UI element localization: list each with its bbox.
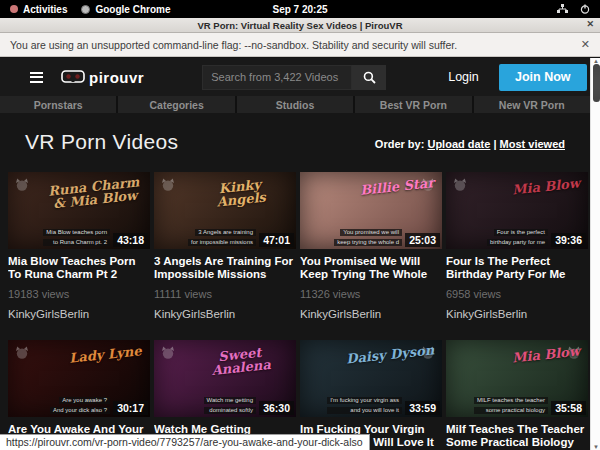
thumbnail-captions: Are you awake ? And your dick also ? <box>50 388 110 414</box>
window-close-icon[interactable]: ✕ <box>586 19 594 29</box>
nav-item[interactable]: New VR Porn <box>474 96 590 113</box>
order-separator: | <box>490 138 499 150</box>
thumbnail-caption-line1: MILF teaches the teacher <box>474 397 548 404</box>
page-title: VR Porn Videos <box>25 130 178 154</box>
thumbnail-captions: Watch me getting dominated softly <box>204 388 256 414</box>
duration-badge: 36:30 <box>259 401 294 415</box>
video-studio-link[interactable]: KinkyGirlsBerlin <box>300 308 442 320</box>
video-card: Mia Blow Four is the perfect birthday pa… <box>446 172 588 320</box>
thumbnail-model-name: Runa Charm & Mia Blow <box>46 175 143 211</box>
site-logo-text: pirouvr <box>89 69 144 86</box>
thumbnail-caption-line1: Watch me getting <box>204 397 256 404</box>
chrome-label: Google Chrome <box>95 4 170 15</box>
video-thumbnail[interactable]: Mia Blow MILF teaches the teacher some p… <box>446 340 588 417</box>
thumbnail-captions: Mia Blow teaches porn to Runa Charm pt. … <box>43 220 110 246</box>
nav-item[interactable]: Best VR Porn <box>355 96 471 113</box>
thumbnail-caption-line1: Mia Blow teaches porn <box>43 229 110 236</box>
main-nav: PornstarsCategoriesStudiosBest VR PornNe… <box>0 96 590 113</box>
nav-item[interactable]: Pornstars <box>0 96 116 113</box>
video-card: Runa Charm & Mia Blow Mia Blow teaches p… <box>8 172 150 320</box>
thumbnail-caption-line1: You promised we will <box>340 229 402 236</box>
video-views: 11111 views <box>154 288 296 300</box>
thumbnail-captions: Four is the perfect birthday party for m… <box>487 220 548 246</box>
video-studio-link[interactable]: KinkyGirlsBerlin <box>154 308 296 320</box>
thumbnail-model-name: Mia Blow <box>511 176 580 196</box>
video-thumbnail[interactable]: Kinky Angels 3 Angels are training for i… <box>154 172 296 249</box>
video-studio-link[interactable]: KinkyGirlsBerlin <box>8 308 150 320</box>
screen: Activities Google Chrome Sep 7 20:25 VR … <box>0 0 600 450</box>
order-by: Order by: Upload date | Most viewed <box>375 138 565 154</box>
search-input[interactable] <box>202 65 352 90</box>
thumbnail-caption-line2: birthday party for me <box>487 239 548 246</box>
thumbnail-caption-line2: and you will love it <box>327 407 402 414</box>
thumbnail-caption-line2: And your dick also ? <box>50 407 110 414</box>
warning-text: You are using an unsupported command-lin… <box>10 39 457 51</box>
video-thumbnail[interactable]: Billie Star You promised we will keep tr… <box>300 172 442 249</box>
nav-item[interactable]: Categories <box>118 96 234 113</box>
thumbnail-captions: 3 Angels are training for impossible mis… <box>188 220 256 246</box>
video-title-link[interactable]: Four Is The Perfect Birthday Party For M… <box>446 255 588 281</box>
window-title: VR Porn: Virtual Reality Sex Videos | Pi… <box>197 20 402 31</box>
video-title-link[interactable]: Milf Teaches The Teacher Some Practical … <box>446 423 588 449</box>
search-bar <box>202 65 386 90</box>
video-card: Kinky Angels 3 Angels are training for i… <box>154 172 296 320</box>
clock[interactable]: Sep 7 20:25 <box>272 4 327 15</box>
video-grid: Runa Charm & Mia Blow Mia Blow teaches p… <box>0 154 590 450</box>
chrome-app-indicator[interactable]: Google Chrome <box>81 4 170 15</box>
studio-logo-icon <box>160 345 176 361</box>
page-title-row: VR Porn Videos Order by: Upload date | M… <box>0 113 590 154</box>
duration-badge: 39:36 <box>551 233 586 247</box>
video-thumbnail[interactable]: Lady Lyne Are you awake ? And your dick … <box>8 340 150 417</box>
scrollbar-thumb[interactable] <box>593 64 600 102</box>
video-thumbnail[interactable]: Daisy Dyson I'm fucking your virgin ass … <box>300 340 442 417</box>
thumbnail-caption-line2: some practical biology <box>474 407 548 414</box>
thumbnail-model-name: Billie Star <box>359 176 434 197</box>
studio-logo-icon <box>452 177 468 193</box>
thumbnail-caption-line2: to Runa Charm pt. 2 <box>43 239 110 246</box>
video-thumbnail[interactable]: Sweet Analena Watch me getting dominated… <box>154 340 296 417</box>
video-card: Billie Star You promised we will keep tr… <box>300 172 442 320</box>
video-title-link[interactable]: Mia Blow Teaches Porn To Runa Charm Pt 2 <box>8 255 150 281</box>
video-studio-link[interactable]: KinkyGirlsBerlin <box>446 308 588 320</box>
video-views: 6958 views <box>446 288 588 300</box>
status-url-bubble: https://pirouvr.com/vr-porn-video/779325… <box>0 434 370 450</box>
thumbnail-captions: You promised we will keep trying the who… <box>334 220 402 246</box>
thumbnail-model-name: Daisy Dyson <box>345 343 434 365</box>
duration-badge: 47:01 <box>259 233 294 247</box>
studio-logo-icon <box>160 177 176 193</box>
sandbox-warning-bar: You are using an unsupported command-lin… <box>0 33 600 57</box>
video-title-link[interactable]: You Promised We Will Keep Trying The Who… <box>300 255 442 281</box>
activities-icon <box>10 5 18 13</box>
thumbnail-model-name: Sweet Analena <box>192 343 289 379</box>
order-most-viewed-link[interactable]: Most viewed <box>500 138 565 150</box>
activities-button[interactable]: Activities <box>10 4 67 15</box>
site-logo[interactable]: pirouvr <box>61 69 144 86</box>
video-thumbnail[interactable]: Mia Blow Four is the perfect birthday pa… <box>446 172 588 249</box>
studio-logo-icon <box>14 345 30 361</box>
order-upload-date-link[interactable]: Upload date <box>427 138 490 150</box>
duration-badge: 43:18 <box>113 233 148 247</box>
video-thumbnail[interactable]: Runa Charm & Mia Blow Mia Blow teaches p… <box>8 172 150 249</box>
page-scrollbar[interactable]: ▲ ▼ <box>590 58 600 450</box>
search-button[interactable] <box>352 65 386 90</box>
activities-label: Activities <box>23 4 67 15</box>
video-card: Mia Blow MILF teaches the teacher some p… <box>446 340 588 450</box>
power-icon[interactable] <box>580 4 590 14</box>
thumbnail-caption-line1: I'm fucking your virgin ass <box>327 397 402 404</box>
thumbnail-caption-line1: 3 Angels are training <box>195 229 256 236</box>
studio-logo-icon <box>14 177 30 193</box>
video-views: 19183 views <box>8 288 150 300</box>
warning-close-icon[interactable]: ✕ <box>581 38 590 51</box>
duration-badge: 30:17 <box>113 401 148 415</box>
chrome-icon <box>81 5 90 14</box>
login-link[interactable]: Login <box>448 70 479 84</box>
menu-icon[interactable] <box>30 72 43 83</box>
network-icon[interactable] <box>557 4 568 14</box>
scroll-down-icon[interactable]: ▼ <box>591 444 600 450</box>
order-by-label: Order by: <box>375 138 425 150</box>
join-now-button[interactable]: Join Now <box>499 64 587 91</box>
video-title-link[interactable]: 3 Angels Are Training For Impossible Mis… <box>154 255 296 281</box>
duration-badge: 33:59 <box>405 401 440 415</box>
duration-badge: 25:03 <box>405 233 440 247</box>
nav-item[interactable]: Studios <box>237 96 353 113</box>
